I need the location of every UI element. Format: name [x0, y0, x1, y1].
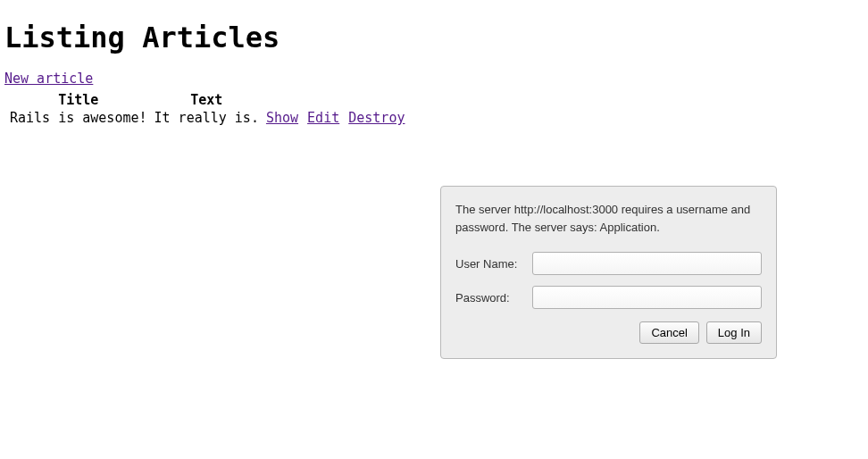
cell-text: It really is.	[153, 110, 261, 126]
login-button[interactable]: Log In	[706, 321, 762, 344]
edit-link[interactable]: Edit	[307, 110, 339, 126]
articles-table: Title Text Rails is awesome! It really i…	[4, 90, 411, 128]
auth-dialog: The server http://localhost:3000 require…	[440, 186, 777, 359]
page-title: Listing Articles	[4, 21, 864, 54]
username-input[interactable]	[532, 252, 762, 275]
password-input[interactable]	[532, 286, 762, 309]
table-row: Rails is awesome! It really is. Show Edi…	[8, 110, 407, 126]
show-link[interactable]: Show	[266, 110, 298, 126]
cancel-button[interactable]: Cancel	[639, 321, 698, 344]
cell-title: Rails is awesome!	[8, 110, 149, 126]
password-label: Password:	[455, 291, 532, 305]
dialog-message: The server http://localhost:3000 require…	[455, 201, 762, 236]
table-header-title: Title	[8, 92, 149, 108]
table-header-text: Text	[153, 92, 261, 108]
destroy-link[interactable]: Destroy	[348, 110, 405, 126]
new-article-link[interactable]: New article	[4, 71, 93, 87]
username-label: User Name:	[455, 257, 532, 271]
